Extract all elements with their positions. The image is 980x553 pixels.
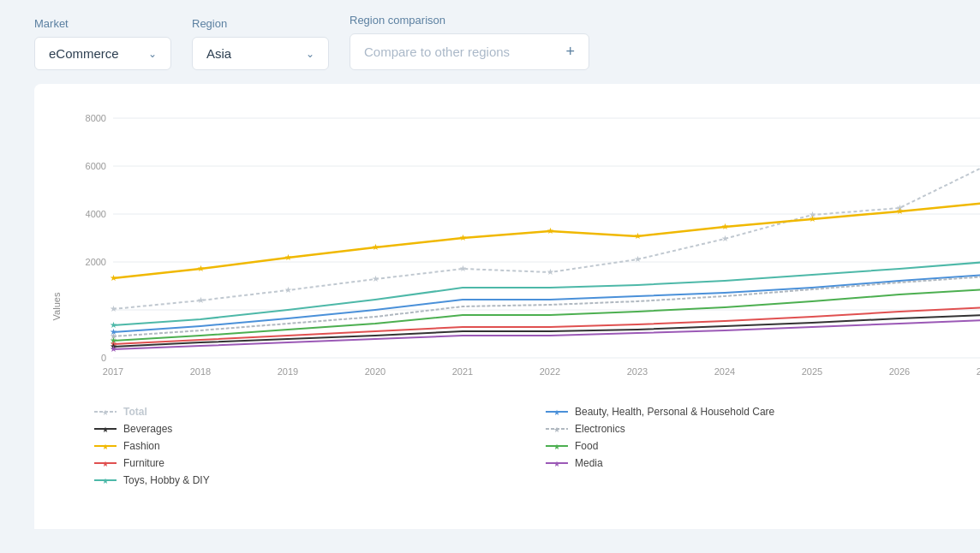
legend-label-toys: Toys, Hobby & DIY <box>123 474 210 486</box>
region-chevron-icon: ⌄ <box>306 48 314 60</box>
chart-area: Values 8000 6000 4000 2000 0 2017 2018 2… <box>34 84 980 529</box>
svg-text:★: ★ <box>634 254 642 264</box>
legend-line-toys: ★ <box>94 475 117 485</box>
legend-label-media: Media <box>575 457 603 469</box>
svg-text:★: ★ <box>102 443 109 451</box>
svg-text:4000: 4000 <box>86 209 106 219</box>
svg-text:2026: 2026 <box>889 366 910 377</box>
legend-line-fashion: ★ <box>94 441 117 451</box>
market-chevron-icon: ⌄ <box>148 48 157 60</box>
main-chart: 8000 6000 4000 2000 0 2017 2018 2019 202… <box>86 101 980 392</box>
svg-text:2018: 2018 <box>190 366 211 377</box>
legend-line-beverages: ★ <box>94 424 117 434</box>
comparison-select[interactable]: Compare to other regions + <box>350 33 589 70</box>
filter-bar: Market eCommerce ⌄ Region Asia ⌄ Region … <box>0 0 980 84</box>
svg-text:★: ★ <box>547 226 554 235</box>
legend-label-total: Total <box>123 406 147 418</box>
comparison-filter-group: Region comparison Compare to other regio… <box>350 14 589 70</box>
legend-line-food: ★ <box>546 441 568 451</box>
region-label: Region <box>192 17 329 30</box>
chart-container: 8000 6000 4000 2000 0 2017 2018 2019 202… <box>86 101 980 392</box>
svg-text:★: ★ <box>634 231 642 241</box>
legend-label-furniture: Furniture <box>123 457 164 469</box>
svg-text:★: ★ <box>721 234 729 243</box>
svg-text:★: ★ <box>110 304 117 313</box>
svg-text:2025: 2025 <box>802 366 822 377</box>
svg-text:2000: 2000 <box>86 257 106 267</box>
market-label: Market <box>34 17 171 30</box>
svg-text:2020: 2020 <box>365 366 385 377</box>
svg-text:★: ★ <box>553 460 560 468</box>
legend-item-media: ★ Media <box>546 457 963 469</box>
legend-line-beauty: ★ <box>546 407 568 417</box>
y-axis-label: Values <box>51 293 62 321</box>
market-select[interactable]: eCommerce ⌄ <box>34 37 171 70</box>
legend-label-beverages: Beverages <box>123 423 172 435</box>
legend-item-toys: ★ Toys, Hobby & DIY <box>94 474 511 486</box>
legend-item-furniture: ★ Furniture <box>94 457 511 469</box>
legend-label-food: Food <box>575 440 598 452</box>
svg-text:★: ★ <box>809 214 816 223</box>
svg-text:2022: 2022 <box>540 366 560 377</box>
svg-text:2024: 2024 <box>714 366 735 377</box>
svg-text:★: ★ <box>102 408 109 417</box>
legend-label-fashion: Fashion <box>123 440 160 452</box>
legend-line-media: ★ <box>546 458 568 468</box>
legend-item-beverages: ★ Beverages <box>94 423 511 435</box>
region-filter-group: Region Asia ⌄ <box>192 17 329 70</box>
svg-text:★: ★ <box>547 267 554 276</box>
svg-text:★: ★ <box>284 253 292 262</box>
svg-text:2017: 2017 <box>103 366 123 377</box>
svg-text:★: ★ <box>110 344 117 354</box>
legend-item-food: ★ Food <box>546 440 963 452</box>
comparison-label: Region comparison <box>350 14 589 27</box>
legend-label-beauty: Beauty, Health, Personal & Household Car… <box>575 406 774 418</box>
legend-item-fashion: ★ Fashion <box>94 440 511 452</box>
chart-legend: ★ Total ★ Beauty, Health, Personal & Hou… <box>94 406 963 486</box>
comparison-placeholder: Compare to other regions <box>364 45 510 59</box>
svg-text:★: ★ <box>896 206 904 216</box>
legend-line-electronics: ★ <box>546 424 568 434</box>
region-value: Asia <box>206 46 231 61</box>
svg-text:★: ★ <box>553 425 560 434</box>
svg-text:★: ★ <box>553 443 560 451</box>
market-filter-group: Market eCommerce ⌄ <box>34 17 171 70</box>
svg-text:★: ★ <box>102 425 109 434</box>
svg-text:2019: 2019 <box>278 366 298 377</box>
svg-text:8000: 8000 <box>86 113 106 123</box>
svg-text:★: ★ <box>197 295 205 305</box>
svg-text:★: ★ <box>372 274 379 283</box>
svg-text:2027: 2027 <box>977 366 980 377</box>
svg-text:★: ★ <box>459 233 467 242</box>
svg-text:★: ★ <box>372 242 379 252</box>
svg-text:★: ★ <box>102 460 109 468</box>
svg-text:★: ★ <box>721 222 729 231</box>
legend-line-total: ★ <box>94 407 117 417</box>
svg-text:★: ★ <box>553 408 560 417</box>
legend-item-beauty: ★ Beauty, Health, Personal & Household C… <box>546 406 963 418</box>
svg-text:6000: 6000 <box>86 161 106 171</box>
legend-item-total: ★ Total <box>94 406 511 418</box>
svg-text:★: ★ <box>102 477 109 485</box>
svg-text:★: ★ <box>197 264 205 273</box>
market-value: eCommerce <box>49 46 119 61</box>
svg-text:★: ★ <box>459 264 467 273</box>
add-comparison-icon: + <box>565 43 575 61</box>
legend-line-furniture: ★ <box>94 458 117 468</box>
legend-item-electronics: ★ Electronics <box>546 423 963 435</box>
legend-label-electronics: Electronics <box>575 423 625 435</box>
svg-text:★: ★ <box>284 285 292 294</box>
svg-text:0: 0 <box>101 353 106 363</box>
svg-text:2021: 2021 <box>452 366 473 377</box>
svg-text:2023: 2023 <box>627 366 648 377</box>
region-select[interactable]: Asia ⌄ <box>192 37 329 70</box>
svg-text:★: ★ <box>110 273 117 282</box>
